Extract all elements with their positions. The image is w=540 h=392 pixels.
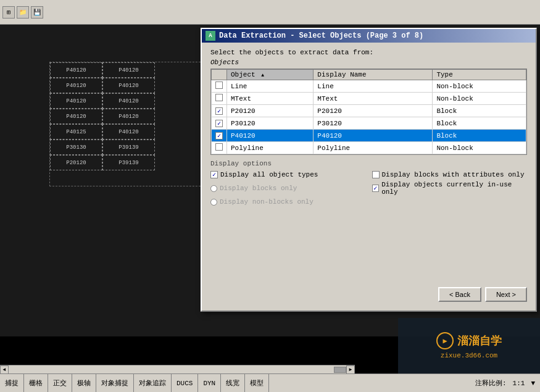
option-in-use[interactable]: Display objects currently in-use only xyxy=(372,181,528,196)
row-type: Block xyxy=(433,117,526,130)
row-display-name: Line xyxy=(314,80,433,93)
scroll-right-arrow[interactable]: ► xyxy=(346,365,355,374)
option-non-blocks: Display non-blocks only xyxy=(210,198,366,206)
table-row[interactable]: Line Line Non-block xyxy=(212,80,526,93)
layers-icon[interactable]: ⊞ xyxy=(2,6,15,19)
status-item[interactable]: 线宽 xyxy=(221,374,245,392)
display-options-section: Display options Display all object types… xyxy=(210,160,527,206)
table-row[interactable]: Polyline Polyline Non-block xyxy=(212,142,526,154)
sort-arrow-icon: ▲ xyxy=(261,72,264,78)
cad-cell: P40120 xyxy=(50,78,102,93)
watermark-url: zixue.3d66.com xyxy=(441,352,497,359)
status-item[interactable]: 对象捕捉 xyxy=(96,374,134,392)
status-bar: 捕捉栅格正交极轴对象捕捉对象追踪DUCSDYN线宽模型 注释比例: 1:1 ▼ xyxy=(0,373,540,392)
cad-cell: P39139 xyxy=(102,140,155,155)
row-object: MText xyxy=(227,93,314,105)
checkbox-blocks-attrs[interactable] xyxy=(372,171,380,178)
next-button[interactable]: Next > xyxy=(485,287,527,302)
row-object: P40120 xyxy=(227,130,314,142)
row-checkbox-cell[interactable] xyxy=(212,80,227,93)
objects-table: Object ▲ Display Name Type Line Line Non… xyxy=(211,69,526,154)
dialog-title: Data Extraction - Select Objects (Page 3… xyxy=(219,31,423,40)
cad-cell: P40120 xyxy=(102,78,155,93)
watermark-brand: ▶ 淄淄自学 xyxy=(436,332,502,349)
radio-blocks-only[interactable] xyxy=(210,185,217,192)
cad-drawing: P40120P40120P40120P40120P40120P40120P401… xyxy=(49,62,204,198)
row-checkbox-cell[interactable] xyxy=(212,93,227,105)
col-header-type[interactable]: Type xyxy=(433,70,526,80)
status-right: 注释比例: 1:1 ▼ xyxy=(475,378,540,388)
row-checkbox-cell[interactable] xyxy=(212,105,227,117)
table-row[interactable]: P30120 P30120 Block xyxy=(212,117,526,130)
row-checkbox[interactable] xyxy=(215,143,223,151)
cad-grid: P40120P40120P40120P40120P40120P40120P401… xyxy=(49,62,204,186)
status-item[interactable]: 极轴 xyxy=(72,374,96,392)
cad-cell: P40120 xyxy=(102,124,155,140)
row-type: Block xyxy=(433,105,526,117)
label-blocks-only: Display blocks only xyxy=(220,185,297,192)
option-blocks-attrs[interactable]: Display blocks with attributes only xyxy=(372,171,528,178)
back-button[interactable]: < Back xyxy=(438,287,481,302)
checkbox-all-types[interactable] xyxy=(210,171,218,178)
row-display-name: P20120 xyxy=(314,105,433,117)
scroll-left-arrow[interactable]: ◄ xyxy=(0,365,9,374)
row-object: Polyline xyxy=(227,142,314,154)
cad-cell: P40125 xyxy=(50,124,102,140)
label-in-use: Display objects currently in-use only xyxy=(381,181,527,196)
row-display-name: Polyline xyxy=(314,142,433,154)
dialog-instruction: Select the objects to extract data from: xyxy=(210,49,527,56)
h-scrollbar-thumb[interactable] xyxy=(334,367,346,373)
row-checkbox[interactable] xyxy=(215,94,223,101)
status-item[interactable]: 捕捉 xyxy=(0,374,24,392)
option-all-types[interactable]: Display all object types xyxy=(210,171,366,178)
cad-cell: P40120 xyxy=(50,109,102,124)
status-item[interactable]: DYN xyxy=(198,374,221,392)
row-checkbox[interactable] xyxy=(215,132,223,140)
zoom-dropdown-icon[interactable]: ▼ xyxy=(531,380,535,387)
horizontal-scrollbar[interactable]: ◄ ► xyxy=(0,365,355,373)
row-checkbox-cell[interactable] xyxy=(212,142,227,154)
row-checkbox-cell[interactable] xyxy=(212,117,227,130)
dialog-icon: A xyxy=(206,31,215,41)
cad-cell: P20120 xyxy=(50,155,102,170)
status-item[interactable]: 模型 xyxy=(245,374,269,392)
folder-icon[interactable]: 📁 xyxy=(17,6,29,19)
checkbox-in-use[interactable] xyxy=(372,185,380,192)
dialog-titlebar: A Data Extraction - Select Objects (Page… xyxy=(202,29,536,43)
status-item[interactable]: 栅格 xyxy=(24,374,48,392)
objects-table-wrapper[interactable]: Object ▲ Display Name Type Line Line Non… xyxy=(210,69,527,155)
table-row[interactable]: P40120 P40120 Block xyxy=(212,130,526,142)
row-type: Non-block xyxy=(433,93,526,105)
col-header-display-name[interactable]: Display Name xyxy=(314,70,433,80)
status-item[interactable]: 正交 xyxy=(48,374,72,392)
row-object: P30120 xyxy=(227,117,314,130)
row-checkbox[interactable] xyxy=(215,120,223,127)
play-icon: ▶ xyxy=(436,332,454,349)
save-icon[interactable]: 💾 xyxy=(31,6,43,19)
row-checkbox[interactable] xyxy=(215,81,223,89)
zoom-value: 1:1 xyxy=(513,380,525,387)
cad-cell: P40120 xyxy=(102,109,155,124)
row-checkbox-cell[interactable] xyxy=(212,130,227,142)
option-blocks-only: Display blocks only xyxy=(210,181,366,196)
dialog-body: Select the objects to extract data from:… xyxy=(202,43,536,212)
row-display-name: P40120 xyxy=(314,130,433,142)
label-blocks-attrs: Display blocks with attributes only xyxy=(382,171,525,178)
radio-non-blocks[interactable] xyxy=(210,199,217,206)
options-grid: Display all object types Display blocks … xyxy=(210,171,527,206)
toolbar-icons: ⊞ 📁 💾 xyxy=(2,6,43,19)
status-item[interactable]: DUCS xyxy=(172,374,198,392)
row-checkbox[interactable] xyxy=(215,107,223,115)
top-toolbar: ⊞ 📁 💾 xyxy=(0,0,540,25)
row-type: Non-block xyxy=(433,80,526,93)
row-type: Non-block xyxy=(433,142,526,154)
cad-cell: P39139 xyxy=(102,155,155,170)
status-item[interactable]: 对象追踪 xyxy=(134,374,172,392)
table-row[interactable]: MText MText Non-block xyxy=(212,93,526,105)
col-header-object[interactable]: Object ▲ xyxy=(227,70,314,80)
display-options-title: Display options xyxy=(210,160,527,167)
cad-cell: P40120 xyxy=(102,93,155,109)
section-label: Objects xyxy=(210,59,527,66)
label-non-blocks: Display non-blocks only xyxy=(220,198,314,206)
table-row[interactable]: P20120 P20120 Block xyxy=(212,105,526,117)
